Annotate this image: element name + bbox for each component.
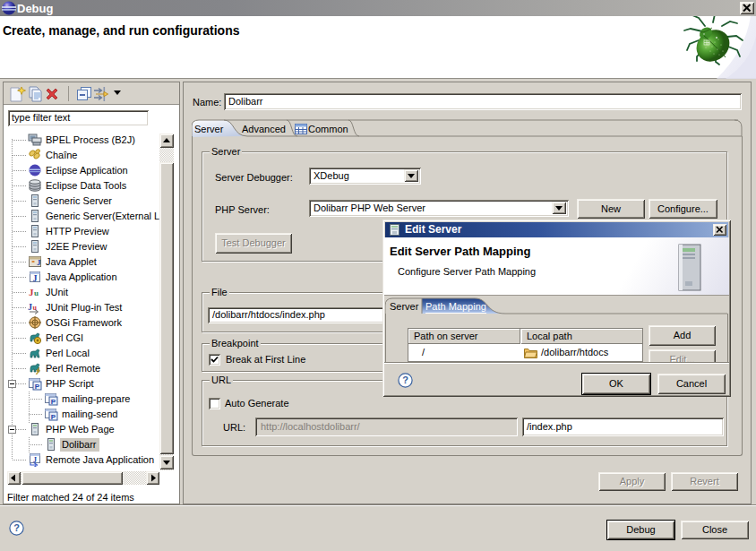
svg-text:P: P [51, 413, 56, 421]
svg-text:?: ? [13, 522, 20, 533]
svg-text:J: J [28, 302, 32, 312]
svg-text:J: J [33, 456, 37, 464]
svg-text:P: P [51, 398, 56, 406]
svg-text:J: J [37, 258, 41, 267]
svg-text:J: J [33, 273, 38, 283]
svg-text:?: ? [402, 375, 408, 385]
svg-text:P: P [35, 383, 40, 391]
svg-text:u: u [34, 288, 39, 297]
